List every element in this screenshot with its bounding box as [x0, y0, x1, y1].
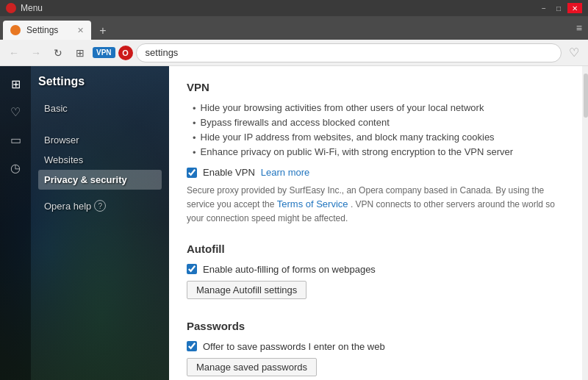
grid-icon[interactable]: ⊞	[4, 72, 27, 96]
sidebar-section-label	[38, 124, 162, 130]
opera-logo-icon	[6, 3, 16, 13]
help-icon: ?	[94, 200, 106, 212]
bullet-dot-1: •	[193, 103, 196, 114]
autofill-section-title: Autofill	[187, 243, 570, 255]
bookmark-button[interactable]: ♡	[564, 43, 584, 62]
heart-icon[interactable]: ♡	[4, 100, 27, 123]
bullet-dot-2: •	[193, 118, 196, 129]
opera-button[interactable]: O	[118, 46, 133, 60]
sidebar-content: Settings Basic Browser Websites Privacy …	[31, 66, 169, 380]
manage-saved-passwords-button[interactable]: Manage saved passwords	[187, 358, 317, 376]
autofill-enable-checkbox[interactable]	[187, 264, 197, 274]
address-bar[interactable]	[136, 43, 562, 62]
monitor-icon[interactable]: ▭	[4, 128, 27, 151]
tab-bar-right: ≡	[573, 19, 585, 40]
content-area: VPN • Hide your browsing activities from…	[169, 66, 588, 380]
new-tab-button[interactable]: +	[94, 22, 112, 40]
vpn-bullet-1: • Hide your browsing activities from oth…	[193, 102, 570, 114]
vpn-badge[interactable]: VPN	[93, 47, 115, 58]
bullet-dot-4: •	[193, 147, 196, 158]
clock-icon[interactable]: ◷	[4, 156, 27, 179]
vpn-bullet-list: • Hide your browsing activities from oth…	[193, 102, 570, 158]
views-button[interactable]: ⊞	[71, 43, 90, 62]
tab-bar: Settings ✕ + ≡	[0, 16, 588, 40]
sidebar-icon-strip: ⊞ ♡ ▭ ◷	[0, 66, 31, 380]
title-bar-controls: − □ ✕	[538, 3, 582, 13]
nav-bar: ← → ↻ ⊞ VPN O ♡	[0, 40, 588, 66]
title-bar-left: Menu	[6, 3, 43, 13]
reload-button[interactable]: ↻	[49, 43, 68, 62]
vpn-bullet-2: • Bypass firewalls and access blocked co…	[193, 117, 570, 129]
vpn-bullet-3: • Hide your IP address from websites, an…	[193, 132, 570, 143]
vpn-section: VPN • Hide your browsing activities from…	[187, 81, 570, 225]
passwords-section-title: Passwords	[187, 320, 570, 332]
bullet-dot-3: •	[193, 132, 196, 143]
manage-autofill-button[interactable]: Manage Autofill settings	[187, 281, 306, 299]
sidebar-item-privacy-security[interactable]: Privacy & security	[38, 170, 162, 190]
sidebar: ⊞ ♡ ▭ ◷ Settings Basic Browser Websites …	[0, 66, 169, 380]
sidebar-item-opera-help[interactable]: Opera help ?	[38, 196, 162, 216]
sidebar-item-browser[interactable]: Browser	[38, 130, 162, 150]
settings-tab-icon	[10, 25, 21, 35]
tab-close-icon[interactable]: ✕	[77, 26, 84, 35]
vpn-bullet-4: • Enhance privacy on public Wi-Fi, with …	[193, 146, 570, 158]
title-bar-menu-label[interactable]: Menu	[21, 3, 43, 13]
settings-tab-label: Settings	[26, 25, 58, 35]
autofill-enable-label: Enable auto-filling of forms on webpages	[203, 264, 376, 275]
browser-menu-icon[interactable]: ≡	[573, 19, 585, 37]
sidebar-title: Settings	[38, 75, 162, 88]
autofill-enable-row: Enable auto-filling of forms on webpages	[187, 264, 570, 275]
maximize-button[interactable]: □	[553, 3, 564, 13]
sidebar-item-basic[interactable]: Basic	[38, 98, 162, 118]
vpn-section-title: VPN	[187, 81, 570, 93]
scrollbar-track	[582, 66, 588, 380]
vpn-info-text: Secure proxy provided by SurfEasy Inc., …	[187, 184, 570, 225]
back-button[interactable]: ←	[4, 43, 24, 62]
offer-save-passwords-row: Offer to save passwords I enter on the w…	[187, 341, 570, 352]
scrollbar-thumb[interactable]	[584, 74, 588, 118]
main-layout: ⊞ ♡ ▭ ◷ Settings Basic Browser Websites …	[0, 66, 588, 380]
close-button[interactable]: ✕	[567, 3, 582, 13]
offer-save-passwords-label: Offer to save passwords I enter on the w…	[203, 341, 385, 352]
enable-vpn-label: Enable VPN	[203, 167, 255, 178]
passwords-section: Passwords Offer to save passwords I ente…	[187, 320, 570, 379]
enable-vpn-row: Enable VPN Learn more	[187, 167, 570, 178]
forward-button[interactable]: →	[26, 43, 46, 62]
minimize-button[interactable]: −	[538, 3, 550, 13]
sidebar-item-websites[interactable]: Websites	[38, 150, 162, 170]
title-bar: Menu − □ ✕	[0, 0, 588, 16]
offer-save-passwords-checkbox[interactable]	[187, 341, 197, 351]
autofill-section: Autofill Enable auto-filling of forms on…	[187, 243, 570, 302]
settings-tab[interactable]: Settings ✕	[3, 21, 91, 40]
terms-of-service-link[interactable]: Terms of Service	[277, 198, 348, 209]
vpn-learn-more-link[interactable]: Learn more	[261, 167, 309, 178]
enable-vpn-checkbox[interactable]	[187, 168, 197, 178]
